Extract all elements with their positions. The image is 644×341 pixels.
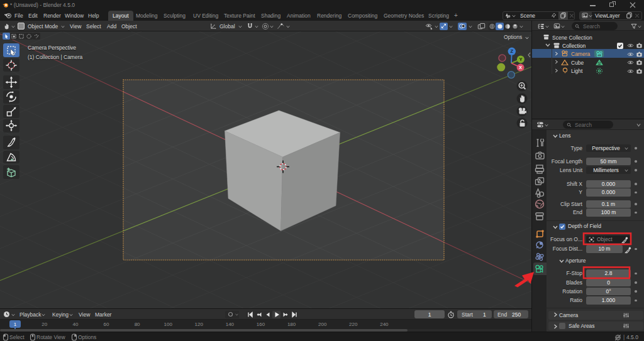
svg-text:X: X [519, 65, 522, 70]
svg-text:Z: Z [511, 48, 514, 54]
svg-text:Y: Y [519, 57, 522, 62]
